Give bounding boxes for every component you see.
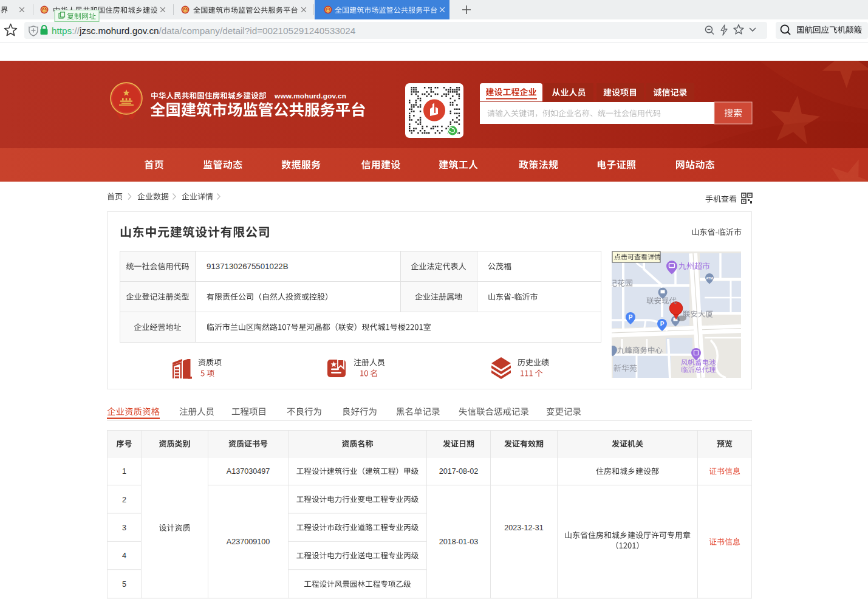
svg-text:1: 1 (122, 467, 126, 476)
svg-text:A237009100: A237009100 (227, 538, 270, 546)
svg-text:www.mohurd.gov.cn: www.mohurd.gov.cn (274, 92, 346, 100)
svg-text:2017-08-02: 2017-08-02 (439, 467, 478, 476)
svg-text:2018-01-03: 2018-01-03 (439, 538, 478, 546)
svg-text:2: 2 (122, 496, 126, 504)
svg-text:P: P (629, 314, 633, 321)
svg-text:3: 3 (122, 524, 126, 532)
svg-text:A137030497: A137030497 (227, 467, 270, 476)
svg-text:ATM: ATM (706, 276, 713, 280)
svg-text:5: 5 (122, 580, 126, 589)
svg-text:https://jzsc.mohurd.gov.cn/dat: https://jzsc.mohurd.gov.cn/data/company/… (52, 26, 356, 36)
svg-text:91371302675501022B: 91371302675501022B (207, 262, 289, 271)
svg-text:P: P (660, 321, 665, 327)
svg-text:2023-12-31: 2023-12-31 (504, 524, 543, 532)
svg-text:4: 4 (122, 552, 126, 560)
